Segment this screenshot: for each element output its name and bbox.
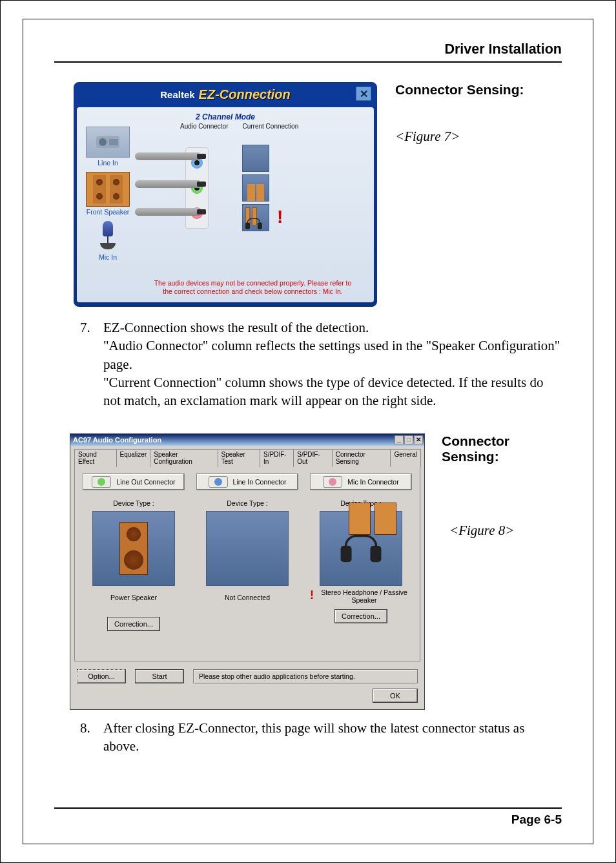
connector-sensing-label-1: Connector Sensing:	[395, 82, 524, 98]
thumb-power-speaker	[92, 511, 175, 586]
tab-spdif-in[interactable]: S/PDIF-In	[260, 449, 294, 467]
line-in-label: Line In	[98, 159, 118, 167]
ez-window-body: 2 Channel Mode Audio Connector Current C…	[77, 107, 374, 302]
column-line-in: Line In Connector Device Type : Not Conn…	[196, 473, 298, 657]
column-mic-in: Mic In Connector Device Type : ! Stereo …	[310, 473, 412, 657]
ok-row: OK	[70, 689, 424, 709]
ez-column-headers: Audio Connector Current Connection	[180, 123, 298, 130]
item-8-line-1: After closing EZ-Connector, this page wi…	[103, 719, 562, 756]
jack-pink-icon	[323, 476, 342, 488]
tab-strip: Sound Effect Equalizer Speaker Configura…	[70, 446, 424, 466]
list-item-8: 8. After closing EZ-Connector, this page…	[54, 719, 562, 756]
result-stereo-headphone: Stereo Headphone / Passive Speaker	[316, 588, 412, 607]
ez-warning-text: The audio devices may not be connected p…	[151, 279, 354, 296]
tab-sound-effect[interactable]: Sound Effect	[74, 449, 117, 467]
plug-1	[135, 152, 200, 160]
tab-equalizer[interactable]: Equalizer	[116, 449, 151, 467]
front-speaker-icon	[86, 172, 130, 207]
list-item-7: 7. EZ-Connection shows the result of the…	[54, 318, 562, 410]
maximize-icon[interactable]: □	[404, 435, 413, 444]
correction-button-0[interactable]: Correction...	[107, 617, 160, 631]
tab-speaker-test[interactable]: Speaker Test	[218, 449, 261, 467]
ok-button[interactable]: OK	[373, 689, 418, 703]
close-icon[interactable]: ✕	[356, 87, 371, 101]
line-out-connector-label: Line Out Connector	[116, 478, 175, 486]
ac97-titlebar: AC97 Audio Configuration _ □ ✕	[70, 434, 424, 446]
line-out-connector-button[interactable]: Line Out Connector	[83, 473, 185, 490]
thumb-not-connected	[206, 511, 289, 586]
item-7-line-3: "Current Connection" column shows the ty…	[103, 373, 562, 410]
start-button[interactable]: Start	[135, 669, 184, 683]
ez-brand: Realtek	[160, 89, 194, 100]
svg-rect-2	[109, 139, 118, 145]
figure-7-caption-col: Connector Sensing: <Figure 7>	[395, 82, 524, 307]
figure-7-caption: <Figure 7>	[395, 129, 524, 145]
tab-spdif-out[interactable]: S/PDIF-Out	[293, 449, 332, 467]
ac97-window: AC97 Audio Configuration _ □ ✕ Sound Eff…	[70, 433, 425, 710]
jack-green-icon	[92, 476, 111, 488]
minimize-icon[interactable]: _	[395, 435, 404, 444]
device-type-label-1: Device Type :	[227, 499, 267, 507]
current-conn-1	[242, 145, 269, 172]
figure-7-row: Realtek EZ-Connection ✕ 2 Channel Mode A…	[54, 82, 562, 307]
figure-8-caption: <Figure 8>	[449, 523, 562, 539]
item-8-number: 8.	[80, 719, 96, 756]
line-in-connector-label: Line In Connector	[233, 478, 287, 486]
exclamation-icon: !	[310, 588, 314, 602]
page-header: Driver Installation	[54, 41, 562, 63]
item-7-line-2: "Audio Connector" column reflects the se…	[103, 337, 562, 373]
plug-3	[135, 208, 200, 216]
connector-sensing-label-2: Connector Sensing:	[442, 433, 562, 464]
current-conn-3	[242, 204, 269, 231]
front-speaker-label: Front Speaker	[87, 208, 130, 216]
device-type-label-0: Device Type :	[113, 499, 154, 507]
exclamation-icon: !	[277, 207, 283, 227]
mic-in-connector-button[interactable]: Mic In Connector	[310, 473, 412, 490]
item-7-number: 7.	[80, 318, 96, 410]
tab-connector-sensing[interactable]: Connector Sensing	[332, 449, 391, 467]
item-7-line-1: EZ-Connection shows the result of the de…	[103, 318, 562, 337]
ac97-title-text: AC97 Audio Configuration	[73, 436, 161, 444]
close-icon[interactable]: ✕	[414, 435, 423, 444]
mic-in-icon	[98, 221, 118, 252]
ac97-bottom-row: Option... Start Please stop other audio …	[70, 665, 424, 689]
tab-panel: Line Out Connector Device Type : Power S…	[74, 466, 420, 661]
tab-general[interactable]: General	[390, 449, 421, 467]
svg-point-1	[99, 138, 107, 146]
result-not-connected: Not Connected	[225, 594, 270, 612]
column-line-out: Line Out Connector Device Type : Power S…	[83, 473, 185, 657]
correction-button-2[interactable]: Correction...	[334, 609, 387, 623]
ez-left-devices: Line In Front Speaker Mic In	[86, 127, 130, 261]
ez-col-current: Current Connection	[243, 123, 299, 130]
mic-in-connector-label: Mic In Connector	[347, 478, 398, 486]
line-in-device-icon	[86, 127, 130, 158]
ez-connection-window: Realtek EZ-Connection ✕ 2 Channel Mode A…	[74, 82, 377, 307]
hint-groove: Please stop other audio applications bef…	[193, 669, 418, 683]
ez-window-titlebar: Realtek EZ-Connection ✕	[74, 83, 376, 106]
plug-2	[135, 180, 200, 188]
ez-mode-label: 2 Channel Mode	[83, 112, 367, 121]
result-power-speaker: Power Speaker	[110, 594, 157, 612]
figure-8-row: AC97 Audio Configuration _ □ ✕ Sound Eff…	[54, 433, 562, 710]
figure-8-caption-col: Connector Sensing: <Figure 8>	[442, 433, 562, 710]
ez-product: EZ-Connection	[199, 87, 291, 102]
mic-in-label: Mic In	[99, 253, 117, 261]
thumb-headphone	[320, 511, 402, 586]
ez-col-audio: Audio Connector	[180, 123, 229, 130]
page-footer: Page 6-5	[54, 807, 562, 827]
tab-speaker-config[interactable]: Speaker Configuration	[150, 449, 218, 467]
line-in-connector-button[interactable]: Line In Connector	[196, 473, 298, 490]
window-buttons: _ □ ✕	[395, 435, 423, 444]
option-button[interactable]: Option...	[77, 669, 126, 683]
jack-blue-icon	[209, 476, 228, 488]
